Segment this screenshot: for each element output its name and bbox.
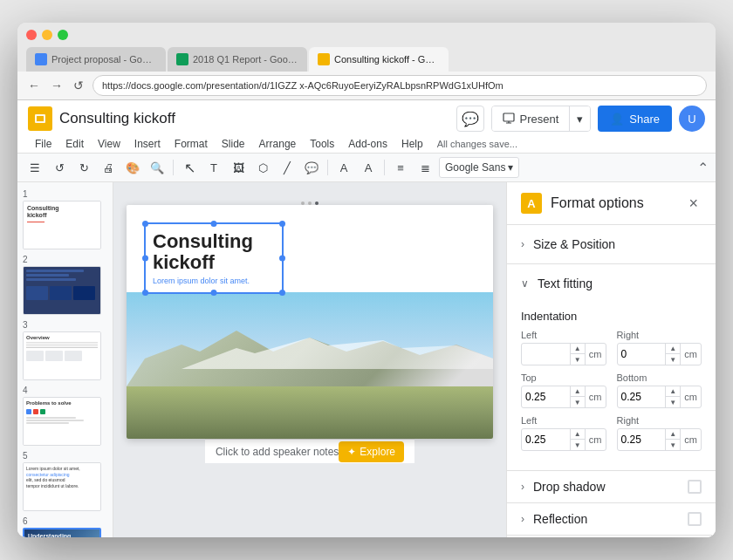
indent-left-down[interactable]: ▼ (571, 354, 585, 365)
toolbar-collapse-button[interactable]: ⌃ (697, 160, 709, 176)
menu-view[interactable]: View (91, 135, 127, 153)
indent-right-down[interactable]: ▼ (666, 354, 680, 365)
address-text: https://docs.google.com/presentation/d/1… (102, 80, 504, 91)
menu-tools[interactable]: Tools (303, 135, 341, 153)
toolbar-comment-button[interactable]: 💬 (301, 157, 322, 178)
padding-bottom-up[interactable]: ▲ (666, 386, 680, 397)
slides-tab-icon (318, 53, 330, 65)
toolbar-menu-button[interactable]: ☰ (24, 157, 45, 178)
toolbar-zoom-button[interactable]: 🔍 (147, 157, 168, 178)
slide-image-1: Consultingkickoff (23, 201, 101, 249)
present-dropdown-button[interactable]: ▾ (569, 106, 590, 131)
indent-right-input[interactable] (618, 348, 666, 360)
slide-thumb-2[interactable]: 2 (23, 255, 107, 315)
resize-handle-mr[interactable] (279, 256, 285, 262)
indent-left-label: Left (521, 330, 606, 340)
padding-left-input[interactable] (522, 434, 570, 446)
size-position-header[interactable]: › Size & Position (507, 225, 716, 263)
back-button[interactable]: ← (26, 79, 42, 92)
slide-number-1: 1 (23, 189, 107, 199)
toolbar-textbox-button[interactable]: T (203, 157, 224, 178)
tab-slides[interactable]: Consulting kickoff - Google Sl... (309, 47, 449, 72)
toolbar: ☰ ↺ ↻ 🖨 🎨 🔍 ↖ T 🖼 ⬡ ╱ 💬 A A ≡ ≣ Google S… (17, 154, 716, 182)
padding-left-down[interactable]: ▼ (571, 440, 585, 451)
toolbar-print-button[interactable]: 🖨 (98, 157, 119, 178)
user-avatar[interactable]: U (679, 106, 705, 132)
notes-placeholder[interactable]: Click to add speaker notes (216, 446, 339, 458)
padding-bottom-input[interactable] (618, 391, 666, 403)
padding-top-input[interactable] (522, 391, 570, 403)
app-body: Consulting kickoff 💬 Present ▾ 👤 Share (17, 100, 716, 537)
slide-thumb-3[interactable]: 3 Overview (23, 320, 107, 380)
resize-handle-tm[interactable] (211, 221, 217, 227)
menu-insert[interactable]: Insert (127, 135, 168, 153)
indent-right-up[interactable]: ▲ (666, 343, 680, 354)
toolbar-line-button[interactable]: ╱ (277, 157, 298, 178)
padding-bottom-input-group: ▲ ▼ cm (617, 386, 702, 408)
resize-handle-tl[interactable] (142, 221, 148, 227)
toolbar-text-color[interactable]: A (358, 157, 379, 178)
menu-arrange[interactable]: Arrange (252, 135, 304, 153)
format-panel-close-button[interactable]: × (685, 195, 702, 213)
resize-handle-bm[interactable] (211, 290, 217, 296)
share-button[interactable]: 👤 Share (598, 106, 672, 132)
present-main-button[interactable]: Present (492, 106, 569, 131)
padding-right-down[interactable]: ▼ (666, 440, 680, 451)
toolbar-align-button[interactable]: ≡ (390, 157, 411, 178)
explore-label: Explore (360, 446, 395, 458)
menu-file[interactable]: File (28, 135, 58, 153)
toolbar-cursor-button[interactable]: ↖ (179, 157, 200, 178)
menu-addons[interactable]: Add-ons (341, 135, 394, 153)
reflection-section[interactable]: › Reflection (507, 503, 716, 536)
toolbar-bg-color[interactable]: A (333, 157, 354, 178)
slide-number-4: 4 (23, 386, 107, 395)
toolbar-image-button[interactable]: 🖼 (228, 157, 249, 178)
toolbar-font-selector[interactable]: Google Sans ▾ (439, 157, 519, 178)
address-input[interactable]: https://docs.google.com/presentation/d/1… (92, 75, 707, 96)
menu-help[interactable]: Help (394, 135, 430, 153)
tabs-bar: Project proposal - Google Doc... 2018 Q1… (26, 47, 707, 72)
toolbar-lines-button[interactable]: ≣ (414, 157, 435, 178)
reload-button[interactable]: ↺ (72, 79, 86, 92)
padding-right-up[interactable]: ▲ (666, 428, 680, 440)
slide-number-3: 3 (23, 320, 107, 330)
padding-left-up[interactable]: ▲ (571, 428, 585, 440)
tab-docs[interactable]: Project proposal - Google Doc... (26, 47, 166, 72)
minimize-window-button[interactable] (42, 30, 52, 40)
resize-handle-tr[interactable] (279, 221, 285, 227)
indent-left-up[interactable]: ▲ (571, 343, 585, 354)
close-window-button[interactable] (26, 30, 37, 40)
slide-thumb-1[interactable]: 1 Consultingkickoff (23, 189, 107, 249)
slide-thumb-5[interactable]: 5 Lorem ipsum dolor sit amet, consectetu… (23, 451, 107, 511)
explore-button[interactable]: ✦ Explore (339, 441, 404, 462)
toolbar-undo-button[interactable]: ↺ (49, 157, 70, 178)
forward-button[interactable]: → (49, 79, 65, 92)
selected-text-box[interactable]: Consultingkickoff Lorem ipsum dolor sit … (144, 222, 284, 294)
padding-top-input-group: ▲ ▼ cm (521, 386, 606, 408)
drop-shadow-checkbox[interactable] (688, 480, 702, 494)
slide-thumb-4[interactable]: 4 Problems to solve (23, 386, 107, 446)
menu-format[interactable]: Format (168, 135, 215, 153)
toolbar-paint-button[interactable]: 🎨 (122, 157, 143, 178)
padding-top-up[interactable]: ▲ (571, 386, 585, 397)
text-fitting-title: Text fitting (538, 277, 593, 290)
padding-left-input-group: ▲ ▼ cm (521, 428, 606, 451)
padding-top-down[interactable]: ▼ (571, 397, 585, 408)
browser-chrome: Project proposal - Google Doc... 2018 Q1… (17, 23, 716, 72)
slide-thumb-6[interactable]: 6 Understandingthe market (23, 516, 107, 537)
indent-left-input[interactable] (522, 348, 570, 360)
menu-edit[interactable]: Edit (58, 135, 91, 153)
tab-sheets[interactable]: 2018 Q1 Report - Google She... (168, 47, 307, 72)
slide-canvas[interactable]: Consultingkickoff Lorem ipsum dolor sit … (127, 205, 493, 439)
comment-button[interactable]: 💬 (456, 106, 484, 132)
text-fitting-header[interactable]: ∨ Text fitting (507, 264, 716, 303)
resize-handle-ml[interactable] (142, 256, 148, 262)
padding-right-input[interactable] (618, 434, 666, 446)
menu-slide[interactable]: Slide (215, 135, 252, 153)
reflection-checkbox[interactable] (688, 512, 702, 526)
drop-shadow-section[interactable]: › Drop shadow (507, 471, 716, 503)
toolbar-redo-button[interactable]: ↻ (73, 157, 94, 178)
maximize-window-button[interactable] (58, 30, 68, 40)
padding-bottom-down[interactable]: ▼ (666, 397, 680, 408)
toolbar-shapes-button[interactable]: ⬡ (252, 157, 273, 178)
